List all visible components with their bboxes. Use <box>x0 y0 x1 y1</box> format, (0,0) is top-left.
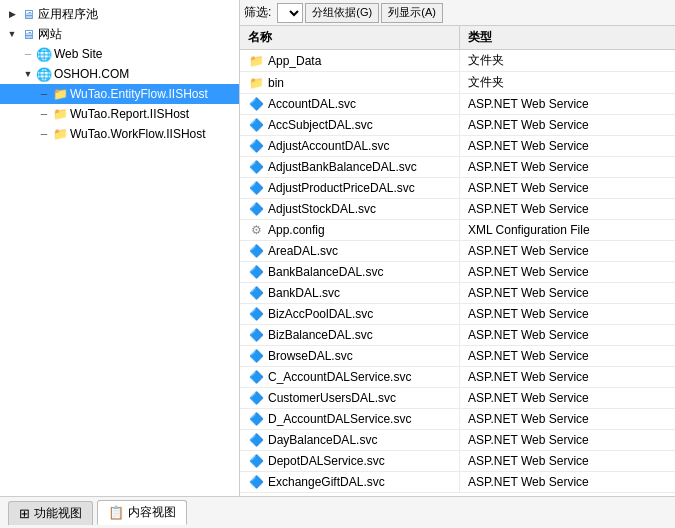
table-row[interactable]: 🔷 AreaDAL.svc ASP.NET Web Service <box>240 241 675 262</box>
table-cell-type: ASP.NET Web Service <box>460 136 675 156</box>
file-type: ASP.NET Web Service <box>468 118 589 132</box>
tree-item-report[interactable]: ─ 📁 WuTao.Report.IISHost <box>0 104 239 124</box>
file-name: BrowseDAL.svc <box>268 349 353 363</box>
globe-icon-2: 🌐 <box>36 66 52 82</box>
file-type: ASP.NET Web Service <box>468 160 589 174</box>
file-type: ASP.NET Web Service <box>468 97 589 111</box>
table-row[interactable]: 🔷 ExchangeGiftDAL.svc ASP.NET Web Servic… <box>240 472 675 493</box>
table-row[interactable]: 🔷 BizAccPoolDAL.svc ASP.NET Web Service <box>240 304 675 325</box>
col-display-button[interactable]: 列显示(A) <box>381 3 443 23</box>
svc-icon: 🔷 <box>248 432 264 448</box>
table-row[interactable]: 🔷 BankDAL.svc ASP.NET Web Service <box>240 283 675 304</box>
table-row[interactable]: 📁 App_Data 文件夹 <box>240 50 675 72</box>
svc-icon: 🔷 <box>248 369 264 385</box>
table-row[interactable]: 🔷 BizBalanceDAL.svc ASP.NET Web Service <box>240 325 675 346</box>
expander-workflow[interactable]: ─ <box>36 126 52 142</box>
table-row[interactable]: 🔷 AdjustAccountDAL.svc ASP.NET Web Servi… <box>240 136 675 157</box>
tree-label-entity-flow: WuTao.EntityFlow.IISHost <box>70 87 208 101</box>
expander-report[interactable]: ─ <box>36 106 52 122</box>
table-cell-name: 🔷 C_AccountDALService.svc <box>240 367 460 387</box>
table-row[interactable]: 🔷 C_AccountDALService.svc ASP.NET Web Se… <box>240 367 675 388</box>
tab-content-view[interactable]: 📋 内容视图 <box>97 500 187 525</box>
file-type: ASP.NET Web Service <box>468 202 589 216</box>
folder-icon: 📁 <box>248 53 264 69</box>
file-type: ASP.NET Web Service <box>468 412 589 426</box>
server-icon-2: 🖥 <box>20 26 36 42</box>
tree-label-oshoh: OSHOH.COM <box>54 67 129 81</box>
expander-web-site[interactable]: ─ <box>20 46 36 62</box>
tree-item-app-pool[interactable]: ▶ 🖥 应用程序池 <box>0 4 239 24</box>
right-toolbar: 筛选: 分组依据(G) 列显示(A) <box>240 0 675 26</box>
tree-item-website[interactable]: ▼ 🖥 网站 <box>0 24 239 44</box>
file-name: BankDAL.svc <box>268 286 340 300</box>
table-row[interactable]: 🔷 AdjustStockDAL.svc ASP.NET Web Service <box>240 199 675 220</box>
expander-website[interactable]: ▼ <box>4 26 20 42</box>
tree-item-entity-flow[interactable]: ─ 📁 WuTao.EntityFlow.IISHost <box>0 84 239 104</box>
table-row[interactable]: 🔷 CustomerUsersDAL.svc ASP.NET Web Servi… <box>240 388 675 409</box>
table-row[interactable]: 🔷 BankBalanceDAL.svc ASP.NET Web Service <box>240 262 675 283</box>
expander-oshoh[interactable]: ▼ <box>20 66 36 82</box>
tree: ▶ 🖥 应用程序池 ▼ 🖥 网站 ─ 🌐 Web Site ▼ <box>0 0 239 148</box>
file-name: ExchangeGiftDAL.svc <box>268 475 385 489</box>
table-cell-name: 📁 App_Data <box>240 50 460 71</box>
filter-label: 筛选: <box>244 4 271 21</box>
table-cell-type: ASP.NET Web Service <box>460 451 675 471</box>
file-type: ASP.NET Web Service <box>468 307 589 321</box>
table-cell-type: ASP.NET Web Service <box>460 178 675 198</box>
svc-icon: 🔷 <box>248 411 264 427</box>
file-type: ASP.NET Web Service <box>468 475 589 489</box>
table-cell-type: ASP.NET Web Service <box>460 241 675 261</box>
table-row[interactable]: 🔷 DepotDALService.svc ASP.NET Web Servic… <box>240 451 675 472</box>
table-row[interactable]: 🔷 BrowseDAL.svc ASP.NET Web Service <box>240 346 675 367</box>
table-row[interactable]: 🔷 AdjustProductPriceDAL.svc ASP.NET Web … <box>240 178 675 199</box>
table-cell-type: 文件夹 <box>460 50 675 71</box>
table-cell-type: ASP.NET Web Service <box>460 346 675 366</box>
svc-icon: 🔷 <box>248 180 264 196</box>
expander-entity-flow[interactable]: ─ <box>36 86 52 102</box>
table-row[interactable]: 📁 bin 文件夹 <box>240 72 675 94</box>
tab-content-label: 内容视图 <box>128 504 176 521</box>
filter-select[interactable] <box>277 3 303 23</box>
svc-icon: 🔷 <box>248 201 264 217</box>
table-row[interactable]: 🔷 D_AccountDALService.svc ASP.NET Web Se… <box>240 409 675 430</box>
file-name: App.config <box>268 223 325 237</box>
file-name: bin <box>268 76 284 90</box>
tree-label-website: 网站 <box>38 26 62 43</box>
table-cell-name: 🔷 AdjustBankBalanceDAL.svc <box>240 157 460 177</box>
file-name: C_AccountDALService.svc <box>268 370 411 384</box>
file-type: 文件夹 <box>468 74 504 91</box>
svc-icon: 🔷 <box>248 285 264 301</box>
group-by-button[interactable]: 分组依据(G) <box>305 3 379 23</box>
svc-icon: 🔷 <box>248 243 264 259</box>
table-row[interactable]: 🔷 AdjustBankBalanceDAL.svc ASP.NET Web S… <box>240 157 675 178</box>
table-row[interactable]: 🔷 AccSubjectDAL.svc ASP.NET Web Service <box>240 115 675 136</box>
file-type: ASP.NET Web Service <box>468 433 589 447</box>
table-cell-name: 🔷 BankBalanceDAL.svc <box>240 262 460 282</box>
tree-item-workflow[interactable]: ─ 📁 WuTao.WorkFlow.IISHost <box>0 124 239 144</box>
table-row[interactable]: ⚙ App.config XML Configuration File <box>240 220 675 241</box>
tab-feature-label: 功能视图 <box>34 505 82 522</box>
file-name: BizAccPoolDAL.svc <box>268 307 373 321</box>
tree-item-oshoh[interactable]: ▼ 🌐 OSHOH.COM <box>0 64 239 84</box>
table-row[interactable]: 🔷 AccountDAL.svc ASP.NET Web Service <box>240 94 675 115</box>
table-cell-name: 🔷 BizBalanceDAL.svc <box>240 325 460 345</box>
table-header: 名称 类型 <box>240 26 675 50</box>
svc-icon: 🔷 <box>248 96 264 112</box>
tree-item-web-site[interactable]: ─ 🌐 Web Site <box>0 44 239 64</box>
table-cell-type: ASP.NET Web Service <box>460 367 675 387</box>
table-cell-type: ASP.NET Web Service <box>460 325 675 345</box>
table-cell-name: 🔷 AdjustProductPriceDAL.svc <box>240 178 460 198</box>
table-cell-name: 🔷 AdjustAccountDAL.svc <box>240 136 460 156</box>
file-name: BizBalanceDAL.svc <box>268 328 373 342</box>
table-row[interactable]: 🔷 DayBalanceDAL.svc ASP.NET Web Service <box>240 430 675 451</box>
col-header-type[interactable]: 类型 <box>460 26 675 49</box>
table-cell-name: 🔷 AccSubjectDAL.svc <box>240 115 460 135</box>
file-type: ASP.NET Web Service <box>468 454 589 468</box>
expander-app-pool[interactable]: ▶ <box>4 6 20 22</box>
table-cell-name: 🔷 DepotDALService.svc <box>240 451 460 471</box>
tab-feature-view[interactable]: ⊞ 功能视图 <box>8 501 93 525</box>
col-header-name[interactable]: 名称 <box>240 26 460 49</box>
grid-icon: ⊞ <box>19 506 30 521</box>
bottom-bar: ⊞ 功能视图 📋 内容视图 <box>0 496 675 528</box>
table-cell-name: 🔷 D_AccountDALService.svc <box>240 409 460 429</box>
